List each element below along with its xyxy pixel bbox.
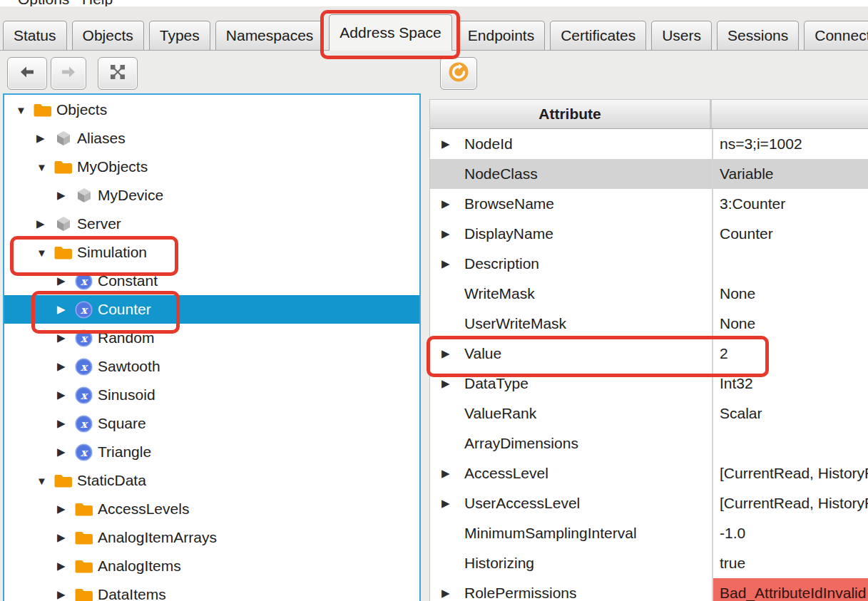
attribute-value: Variable — [712, 159, 868, 189]
expand-icon[interactable]: ▶ — [57, 189, 74, 202]
tab-namespaces[interactable]: Namespaces — [215, 21, 325, 50]
tree-item-mydevice[interactable]: ▶ MyDevice — [4, 181, 419, 210]
folder-icon — [53, 245, 73, 260]
expand-icon[interactable]: ▶ — [57, 588, 74, 601]
expand-icon[interactable]: ▶ — [57, 360, 74, 373]
value-column-header[interactable] — [712, 100, 868, 128]
collapse-icon[interactable]: ▼ — [36, 247, 53, 259]
expand-icon[interactable]: ▶ — [36, 132, 53, 145]
menu-help[interactable]: Help — [82, 0, 113, 6]
expand-icon[interactable]: ▶ — [441, 458, 464, 488]
attribute-value: Counter — [712, 219, 868, 249]
tree-item-label: Random — [98, 329, 154, 346]
attribute-row-valuerank[interactable]: ValueRankScalar — [430, 399, 868, 428]
tab-certificates[interactable]: Certificates — [550, 21, 646, 50]
attribute-value: true — [712, 548, 868, 578]
tree-item-simulation[interactable]: ▼ Simulation — [4, 238, 419, 267]
tree-item-label: Aliases — [77, 130, 126, 147]
tab-types[interactable]: Types — [149, 21, 210, 50]
attribute-row-historizing[interactable]: Historizingtrue — [430, 548, 868, 578]
collapse-icon[interactable]: ▼ — [36, 475, 53, 487]
tree-item-sawtooth[interactable]: ▶ x Sawtooth — [4, 352, 419, 381]
tree-item-dataitems[interactable]: ▶ DataItems — [4, 580, 419, 601]
menu-options[interactable]: Options — [18, 0, 69, 6]
attribute-row-userwritemask[interactable]: UserWriteMaskNone — [430, 309, 868, 339]
expand-icon[interactable]: ▶ — [57, 332, 74, 344]
tree-item-label: Square — [98, 415, 146, 432]
attribute-column-header[interactable]: Attribute — [430, 100, 712, 128]
tree-item-square[interactable]: ▶ x Square — [4, 409, 419, 438]
tab-address-space[interactable]: Address Space — [329, 14, 451, 51]
spacer — [441, 309, 464, 339]
refresh-icon — [447, 61, 470, 87]
folder-icon — [53, 473, 73, 488]
collapse-icon[interactable]: ▼ — [36, 161, 53, 173]
tree-item-accesslevels[interactable]: ▶ AccessLevels — [4, 495, 419, 523]
tab-endpoints[interactable]: Endpoints — [457, 21, 545, 50]
attribute-row-writemask[interactable]: WriteMaskNone — [430, 279, 868, 309]
attribute-row-useraccesslevel[interactable]: ▶UserAccessLevel[CurrentRead, HistoryR — [430, 488, 868, 518]
tree-item-label: AnalogItemArrays — [98, 529, 217, 546]
tab-connection-log[interactable]: Connection Log — [804, 21, 868, 50]
expand-icon[interactable]: ▶ — [441, 488, 464, 518]
attribute-row-browsename[interactable]: ▶BrowseName3:Counter — [430, 189, 868, 219]
tab-sessions[interactable]: Sessions — [717, 21, 799, 50]
tree-item-aliases[interactable]: ▶ Aliases — [4, 124, 419, 153]
tree-item-triangle[interactable]: ▶ x Triangle — [4, 438, 419, 466]
attribute-name: Value — [464, 339, 712, 369]
folder-icon — [74, 530, 93, 545]
expand-icon[interactable]: ▶ — [57, 417, 74, 430]
attribute-name: Description — [464, 249, 712, 279]
attribute-row-minimumsamplinginterval[interactable]: MinimumSamplingInterval-1.0 — [430, 518, 868, 548]
attribute-row-value[interactable]: ▶Value2 — [430, 339, 868, 369]
expand-icon[interactable]: ▶ — [57, 560, 74, 572]
address-space-tree: ▼ Objects▶ Aliases▼ MyObjects▶ MyDevice▶… — [3, 93, 421, 601]
attribute-row-rolepermissions[interactable]: ▶RolePermissionsBad_AttributeIdInvalid — [430, 578, 868, 601]
tree-item-constant[interactable]: ▶ x Constant — [4, 267, 419, 295]
expand-icon[interactable]: ▶ — [441, 129, 464, 159]
navigate-back-button[interactable] — [7, 57, 47, 90]
expand-icon[interactable]: ▶ — [57, 531, 74, 544]
attribute-row-datatype[interactable]: ▶DataTypeInt32 — [430, 369, 868, 399]
attributes-table-header: Attribute — [430, 100, 868, 129]
tree-item-label: Objects — [56, 101, 107, 118]
tree-item-counter[interactable]: ▶ x Counter — [4, 295, 419, 324]
expand-icon[interactable]: ▶ — [57, 446, 74, 458]
expand-icon[interactable]: ▶ — [441, 189, 464, 219]
tree-item-sinusoid[interactable]: ▶ x Sinusoid — [4, 381, 419, 409]
expand-icon[interactable]: ▶ — [441, 219, 464, 249]
tree-item-myobjects[interactable]: ▼ MyObjects — [4, 153, 419, 181]
expand-icon[interactable]: ▶ — [441, 578, 464, 601]
tree-item-objects[interactable]: ▼ Objects — [4, 96, 419, 124]
cube-icon — [74, 187, 93, 204]
tree-item-label: DataItems — [98, 586, 166, 601]
tab-objects[interactable]: Objects — [72, 21, 144, 50]
expand-icon[interactable]: ▶ — [57, 503, 74, 515]
expand-icon[interactable]: ▶ — [441, 339, 464, 369]
tab-status[interactable]: Status — [3, 21, 67, 50]
attribute-row-arraydimensions[interactable]: ArrayDimensions — [430, 428, 868, 458]
attribute-row-nodeclass[interactable]: NodeClassVariable — [430, 159, 868, 189]
expand-icon[interactable]: ▶ — [441, 249, 464, 279]
navigate-forward-button[interactable] — [51, 57, 86, 90]
attribute-row-accesslevel[interactable]: ▶AccessLevel[CurrentRead, HistoryR — [430, 458, 868, 488]
refresh-attributes-button[interactable] — [440, 57, 477, 90]
collapse-icon[interactable]: ▼ — [16, 104, 33, 116]
tree-item-analogitems[interactable]: ▶ AnalogItems — [4, 552, 419, 580]
tab-users[interactable]: Users — [651, 21, 712, 50]
expand-icon[interactable]: ▶ — [57, 303, 74, 316]
attribute-row-nodeid[interactable]: ▶NodeIdns=3;i=1002 — [430, 129, 868, 159]
attribute-name: MinimumSamplingInterval — [464, 518, 712, 548]
tree-item-staticdata[interactable]: ▼ StaticData — [4, 466, 419, 495]
tree-item-analogitemarrays[interactable]: ▶ AnalogItemArrays — [4, 523, 419, 552]
tree-item-random[interactable]: ▶ x Random — [4, 324, 419, 352]
attribute-row-description[interactable]: ▶Description — [430, 249, 868, 279]
expand-icon[interactable]: ▶ — [57, 389, 74, 401]
expand-icon[interactable]: ▶ — [57, 274, 74, 287]
spacer — [441, 518, 464, 548]
attribute-row-displayname[interactable]: ▶DisplayNameCounter — [430, 219, 868, 249]
expand-icon[interactable]: ▶ — [441, 369, 464, 399]
tree-item-server[interactable]: ▶ Server — [4, 210, 419, 238]
expand-icon[interactable]: ▶ — [36, 217, 53, 230]
graph-view-button[interactable] — [98, 57, 138, 90]
